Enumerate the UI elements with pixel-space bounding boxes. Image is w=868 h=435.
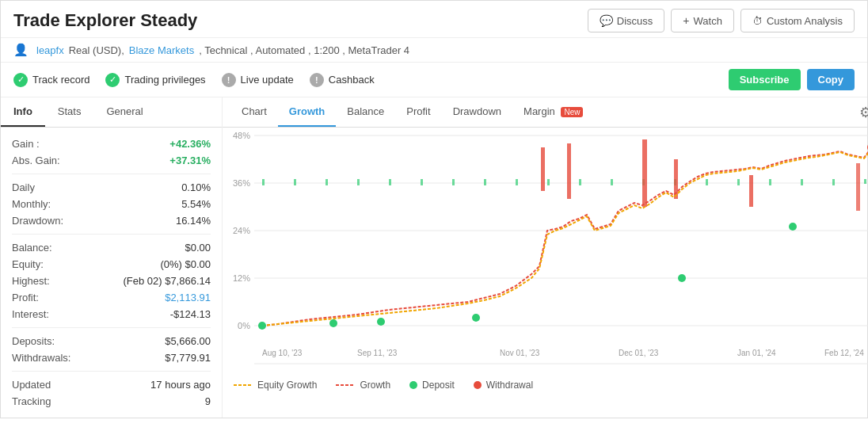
header: Trade Explorer Steady 💬 Discuss + Watch … bbox=[1, 1, 867, 38]
svg-rect-35 bbox=[749, 175, 753, 207]
chart-area: 48% 36% 24% 12% 0% bbox=[223, 128, 868, 373]
svg-rect-20 bbox=[547, 179, 550, 185]
growth-line-icon bbox=[336, 381, 355, 389]
tab-general[interactable]: General bbox=[93, 97, 155, 127]
chart-tab-growth[interactable]: Growth bbox=[278, 97, 337, 127]
svg-text:Dec 01, '23: Dec 01, '23 bbox=[619, 349, 659, 357]
subscribe-button[interactable]: Subscribe bbox=[729, 69, 801, 90]
legend-withdrawal: Withdrawal bbox=[474, 380, 533, 391]
broker-link[interactable]: Blaze Markets bbox=[129, 44, 194, 56]
user-icon: 👤 bbox=[13, 43, 29, 57]
svg-text:Jan 01, '24: Jan 01, '24 bbox=[737, 349, 776, 357]
discuss-button[interactable]: 💬 Discuss bbox=[588, 9, 665, 32]
legend-growth: Growth bbox=[336, 380, 390, 391]
legend-equity-growth: Equity Growth bbox=[234, 380, 317, 391]
chart-svg: 48% 36% 24% 12% 0% bbox=[254, 135, 868, 369]
svg-rect-14 bbox=[357, 179, 360, 185]
equity-growth-line-icon bbox=[234, 381, 253, 389]
badge-live-update: ! Live update bbox=[222, 73, 294, 87]
page-title: Trade Explorer Steady bbox=[13, 10, 197, 31]
check-icon-track: ✓ bbox=[13, 73, 28, 87]
plus-icon: + bbox=[683, 14, 689, 27]
stat-balance: Balance: $0.00 bbox=[12, 239, 211, 256]
svg-rect-22 bbox=[611, 179, 613, 185]
svg-rect-25 bbox=[706, 179, 708, 185]
svg-point-39 bbox=[377, 318, 385, 326]
stat-deposits: Deposits: $5,666.00 bbox=[12, 333, 211, 349]
badge-track-record: ✓ Track record bbox=[13, 73, 89, 87]
withdrawal-dot-icon bbox=[474, 381, 482, 389]
chart-tab-profit[interactable]: Profit bbox=[395, 97, 441, 127]
stat-gain: Gain : +42.36% bbox=[12, 135, 211, 152]
info-icon-cashback: ! bbox=[310, 73, 324, 87]
svg-text:Sep 11, '23: Sep 11, '23 bbox=[357, 349, 398, 357]
svg-text:Nov 01, '23: Nov 01, '23 bbox=[500, 349, 540, 357]
stat-abs-gain: Abs. Gain: +37.31% bbox=[12, 152, 211, 169]
chart-tab-margin[interactable]: Margin New bbox=[512, 97, 594, 127]
stat-withdrawals: Withdrawals: $7,779.91 bbox=[12, 349, 211, 366]
svg-rect-32 bbox=[567, 143, 571, 199]
watch-button[interactable]: + Watch bbox=[671, 9, 734, 32]
stat-equity: Equity: (0%) $0.00 bbox=[12, 256, 211, 273]
stats-section: Gain : +42.36% Abs. Gain: +37.31% Daily … bbox=[1, 128, 222, 418]
tab-info[interactable]: Info bbox=[1, 97, 45, 127]
svg-point-41 bbox=[678, 274, 686, 282]
account-details: , Technical , Automated , 1:200 , MetaTr… bbox=[199, 44, 409, 56]
chart-settings-icon[interactable]: ⚙ bbox=[859, 104, 868, 121]
svg-rect-30 bbox=[864, 179, 866, 184]
clock-icon: ⏱ bbox=[752, 15, 763, 27]
chart-tab-drawdown[interactable]: Drawdown bbox=[442, 97, 512, 127]
new-badge: New bbox=[561, 107, 583, 117]
right-panel: Chart Growth Balance Profit Drawdown Mar… bbox=[223, 97, 868, 418]
svg-rect-18 bbox=[484, 179, 486, 185]
svg-point-37 bbox=[258, 322, 266, 330]
stat-profit: Profit: $2,113.91 bbox=[12, 289, 211, 306]
stat-daily: Daily 0.10% bbox=[12, 179, 211, 196]
stat-updated: Updated 17 hours ago bbox=[12, 376, 211, 393]
meta-row: 👤 leapfx Real (USD), Blaze Markets , Tec… bbox=[1, 38, 867, 63]
deposit-dot-icon bbox=[409, 381, 417, 389]
svg-rect-12 bbox=[294, 179, 296, 185]
svg-point-42 bbox=[789, 223, 797, 231]
app-container: Trade Explorer Steady 💬 Discuss + Watch … bbox=[0, 0, 868, 418]
chart-legend: Equity Growth Growth Deposit Withdrawal bbox=[223, 373, 868, 397]
stat-highest: Highest: (Feb 02) $7,866.14 bbox=[12, 273, 211, 289]
stat-drawdown: Drawdown: 16.14% bbox=[12, 212, 211, 229]
svg-point-38 bbox=[329, 319, 337, 327]
svg-rect-19 bbox=[516, 179, 518, 185]
svg-text:12%: 12% bbox=[233, 273, 250, 283]
tab-stats[interactable]: Stats bbox=[45, 97, 94, 127]
left-tabs: Info Stats General bbox=[1, 97, 222, 128]
badge-row: ✓ Track record ✓ Trading privileges ! Li… bbox=[1, 63, 867, 97]
svg-rect-33 bbox=[642, 139, 647, 207]
chat-icon: 💬 bbox=[600, 14, 613, 27]
stat-tracking: Tracking 9 bbox=[12, 393, 211, 410]
chart-tab-chart[interactable]: Chart bbox=[230, 97, 278, 127]
svg-text:36%: 36% bbox=[233, 178, 250, 188]
svg-point-40 bbox=[472, 314, 480, 322]
header-actions: 💬 Discuss + Watch ⏱ Custom Analysis bbox=[588, 9, 855, 32]
svg-text:Aug 10, '23: Aug 10, '23 bbox=[262, 349, 303, 357]
svg-rect-17 bbox=[452, 179, 455, 185]
account-type: Real (USD), bbox=[69, 44, 124, 56]
svg-rect-29 bbox=[832, 179, 835, 185]
chart-tab-balance[interactable]: Balance bbox=[336, 97, 395, 127]
svg-rect-27 bbox=[769, 179, 771, 185]
svg-rect-21 bbox=[579, 179, 581, 185]
user-link[interactable]: leapfx bbox=[36, 44, 64, 56]
svg-rect-15 bbox=[389, 179, 391, 185]
custom-analysis-button[interactable]: ⏱ Custom Analysis bbox=[740, 9, 855, 32]
info-icon-live: ! bbox=[222, 73, 236, 87]
badge-cashback: ! Cashback bbox=[310, 73, 375, 87]
svg-rect-26 bbox=[737, 179, 740, 185]
svg-rect-28 bbox=[801, 179, 803, 185]
badge-trading-privileges: ✓ Trading privileges bbox=[105, 73, 205, 87]
chart-tabs: Chart Growth Balance Profit Drawdown Mar… bbox=[223, 97, 868, 128]
svg-rect-11 bbox=[262, 179, 265, 185]
svg-text:48%: 48% bbox=[233, 131, 250, 140]
svg-rect-36 bbox=[856, 163, 860, 211]
copy-button[interactable]: Copy bbox=[807, 69, 855, 90]
legend-deposit: Deposit bbox=[409, 380, 455, 391]
stat-monthly: Monthly: 5.54% bbox=[12, 196, 211, 212]
svg-rect-31 bbox=[541, 147, 545, 191]
